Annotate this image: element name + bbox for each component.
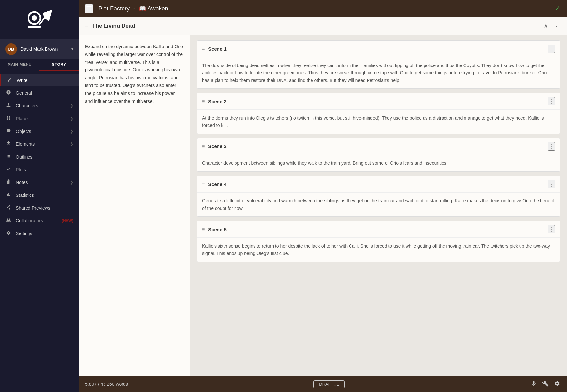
sidebar-item-plots[interactable]: Plots — [0, 163, 79, 176]
scene-header-2: ≡ Scene 2 ⋮ — [197, 93, 560, 110]
sidebar-label-notes: Notes — [16, 180, 66, 185]
pencil-icon — [6, 77, 13, 83]
sidebar-item-general[interactable]: General — [0, 86, 79, 99]
grid-icon — [5, 115, 12, 121]
scene-title-4: Scene 4 — [208, 181, 544, 187]
sidebar-label-characters: Characters — [16, 103, 66, 108]
sidebar-item-outlines[interactable]: Outlines — [0, 150, 79, 163]
sidebar-item-statistics[interactable]: Statistics — [0, 189, 79, 201]
word-count: 5,807 / 43,260 words — [85, 382, 128, 387]
sidebar-label-statistics: Statistics — [16, 193, 73, 198]
scene-menu-button-2[interactable]: ⋮ — [548, 97, 555, 105]
scene-title-2: Scene 2 — [208, 99, 544, 104]
scene-card-3: ≡ Scene 3 ⋮ Character development betwee… — [197, 138, 560, 172]
user-avatar: DB — [5, 43, 17, 55]
sidebar-nav: Write General Characters ❯ Places ❯ — [0, 71, 79, 392]
new-badge: (NEW) — [62, 218, 73, 223]
scene-header-1: ≡ Scene 1 ⋮ — [197, 41, 560, 57]
sidebar-label-settings: Settings — [16, 231, 73, 236]
scene-handle-icon-5: ≡ — [202, 227, 205, 232]
sidebar-label-objects: Objects — [16, 129, 66, 134]
scene-menu-button-5[interactable]: ⋮ — [548, 225, 555, 233]
scene-menu-button-3[interactable]: ⋮ — [548, 142, 555, 151]
chapter-header: ≡ The Living Dead ∧ ⋮ — [79, 17, 567, 35]
chevron-down-icon: ▾ — [71, 47, 73, 51]
topbar: Plot Factory - 📖 Awaken ✓ — [79, 0, 567, 17]
tools-icon[interactable] — [542, 380, 549, 388]
draft-badge[interactable]: DRAFT #1 — [313, 380, 345, 388]
scene-title-3: Scene 3 — [208, 143, 544, 149]
sidebar: DB David Mark Brown ▾ MAIN MENU STORY Wr… — [0, 0, 79, 392]
chevron-right-icon-elements: ❯ — [70, 142, 73, 146]
sidebar-item-collaborators[interactable]: Collaborators (NEW) — [0, 214, 79, 227]
scene-handle-icon-4: ≡ — [202, 181, 205, 187]
settings-icon[interactable] — [554, 380, 560, 388]
layers-icon — [5, 141, 12, 147]
user-name: David Mark Brown — [20, 47, 68, 52]
scene-header-3: ≡ Scene 3 ⋮ — [197, 138, 560, 155]
sidebar-label-outlines: Outlines — [16, 154, 73, 159]
chevron-right-icon: ❯ — [70, 103, 73, 108]
chapter-menu-button[interactable]: ⋮ — [552, 22, 560, 30]
scene-body-1: The downside of being dead settles in wh… — [197, 57, 560, 88]
svg-marker-2 — [43, 10, 52, 21]
scene-handle-icon-2: ≡ — [202, 99, 205, 104]
scene-title-1: Scene 1 — [208, 46, 544, 52]
chapter-title: The Living Dead — [92, 23, 539, 29]
main-content: Plot Factory - 📖 Awaken ✓ ≡ The Living D… — [79, 0, 567, 392]
tab-story[interactable]: STORY — [39, 59, 79, 71]
scene-handle-icon-3: ≡ — [202, 144, 205, 149]
topbar-title: Plot Factory - 📖 Awaken — [98, 5, 168, 12]
sidebar-label-shared-previews: Shared Previews — [16, 205, 73, 211]
sidebar-user[interactable]: DB David Mark Brown ▾ — [0, 39, 79, 59]
sidebar-item-write[interactable]: Write — [0, 74, 79, 86]
person-icon — [5, 103, 12, 109]
scene-title-5: Scene 5 — [208, 227, 544, 232]
list-icon — [5, 154, 12, 160]
sidebar-label-places: Places — [16, 116, 66, 121]
sidebar-item-places[interactable]: Places ❯ — [0, 112, 79, 125]
menu-icon[interactable] — [85, 4, 93, 13]
chevron-right-icon-notes: ❯ — [70, 180, 73, 185]
scene-menu-button-4[interactable]: ⋮ — [548, 180, 555, 188]
tab-main-menu[interactable]: MAIN MENU — [0, 59, 39, 71]
sidebar-label-elements: Elements — [16, 141, 66, 147]
two-col-layout: Expand on the dynamic between Kallie and… — [79, 35, 567, 376]
sidebar-label-collaborators: Collaborators — [16, 218, 58, 223]
scene-card-2: ≡ Scene 2 ⋮ At the dorms they run into O… — [197, 93, 560, 134]
info-icon — [5, 90, 12, 96]
check-icon: ✓ — [555, 4, 560, 13]
sidebar-item-notes[interactable]: Notes ❯ — [0, 176, 79, 189]
gear-icon — [5, 230, 12, 236]
scenes-panel: ≡ Scene 1 ⋮ The downside of being dead s… — [190, 35, 567, 376]
sidebar-item-shared-previews[interactable]: Shared Previews — [0, 201, 79, 214]
scene-body-3: Character development between siblings w… — [197, 155, 560, 171]
svg-rect-4 — [28, 26, 41, 28]
sidebar-label-general: General — [16, 90, 73, 96]
scene-card-5: ≡ Scene 5 ⋮ Kallie's sixth sense begins … — [197, 221, 560, 262]
book-icon: 📖 — [139, 5, 146, 12]
scene-card-1: ≡ Scene 1 ⋮ The downside of being dead s… — [197, 40, 560, 89]
scene-body-4: Generate a little bit of vulnerability a… — [197, 193, 560, 216]
notes-icon — [5, 179, 12, 185]
chapter-collapse-button[interactable]: ∧ — [542, 22, 549, 30]
bottombar: 5,807 / 43,260 words DRAFT #1 — [79, 376, 567, 392]
sidebar-tabs: MAIN MENU STORY — [0, 59, 79, 71]
sidebar-logo — [0, 0, 79, 39]
sidebar-item-elements[interactable]: Elements ❯ — [0, 138, 79, 150]
sidebar-item-objects[interactable]: Objects ❯ — [0, 125, 79, 138]
content-area: ≡ The Living Dead ∧ ⋮ Expand on the dyna… — [79, 17, 567, 392]
scene-body-5: Kallie's sixth sense begins to return to… — [197, 238, 560, 262]
sidebar-item-characters[interactable]: Characters ❯ — [0, 99, 79, 112]
description-panel: Expand on the dynamic between Kallie and… — [79, 35, 190, 376]
scene-menu-button-1[interactable]: ⋮ — [548, 45, 555, 53]
description-text: Expand on the dynamic between Kallie and… — [85, 43, 183, 105]
stats-icon — [5, 192, 12, 198]
microphone-icon[interactable] — [530, 380, 537, 388]
collab-icon — [5, 217, 12, 224]
chevron-right-icon-places: ❯ — [70, 116, 73, 121]
tag-icon — [5, 128, 12, 134]
scene-header-4: ≡ Scene 4 ⋮ — [197, 176, 560, 193]
sidebar-label-write: Write — [17, 78, 73, 83]
sidebar-item-settings[interactable]: Settings — [0, 227, 79, 240]
